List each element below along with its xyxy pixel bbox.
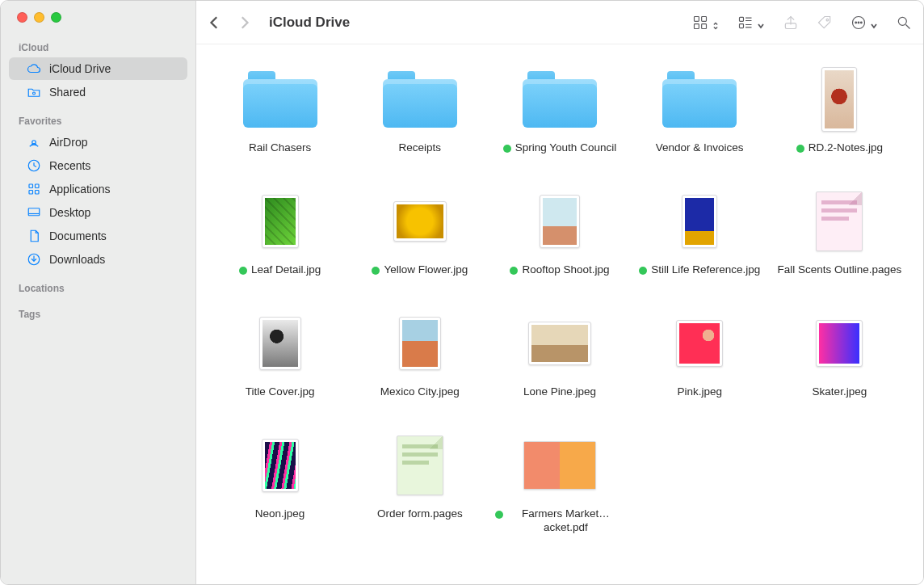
document-icon bbox=[27, 229, 41, 243]
svg-rect-18 bbox=[740, 23, 744, 27]
file-name: Leaf Detail.jpg bbox=[251, 263, 321, 277]
actions-button[interactable] bbox=[850, 15, 878, 31]
folder-icon bbox=[243, 71, 317, 128]
image-thumbnail bbox=[682, 195, 717, 248]
svg-rect-13 bbox=[695, 23, 699, 28]
folder-icon bbox=[523, 71, 597, 128]
view-mode-button[interactable] bbox=[692, 15, 720, 31]
file-name: Title Cover.jpg bbox=[246, 385, 315, 399]
group-by-button[interactable] bbox=[737, 15, 765, 31]
shared-folder-icon bbox=[27, 85, 41, 99]
folder-icon bbox=[383, 71, 457, 128]
file-item[interactable]: Leaf Detail.jpg bbox=[214, 186, 346, 277]
svg-rect-6 bbox=[36, 191, 40, 195]
image-thumbnail bbox=[399, 317, 441, 370]
svg-point-0 bbox=[33, 92, 36, 95]
back-button[interactable] bbox=[208, 15, 222, 30]
svg-rect-15 bbox=[740, 17, 744, 21]
sidebar-item-recents[interactable]: Recents bbox=[9, 154, 187, 177]
share-button[interactable] bbox=[783, 15, 799, 31]
file-item[interactable]: RD.2-Notes.jpg bbox=[774, 64, 905, 155]
file-name: Farmers Market…acket.pdf bbox=[507, 507, 624, 535]
close-button[interactable] bbox=[17, 12, 27, 23]
search-button[interactable] bbox=[896, 15, 912, 31]
sidebar-section-label: Locations bbox=[1, 271, 195, 297]
file-item[interactable]: Still Life Reference.jpg bbox=[634, 186, 766, 277]
main-area: iCloud Drive bbox=[196, 1, 923, 584]
file-item[interactable]: Skater.jpeg bbox=[774, 308, 905, 399]
sidebar-item-label: Documents bbox=[49, 229, 107, 242]
toolbar-right bbox=[692, 15, 912, 31]
tag-dot-icon bbox=[639, 267, 647, 275]
file-item[interactable]: Lone Pine.jpeg bbox=[494, 308, 625, 399]
app-grid-icon bbox=[27, 182, 41, 196]
file-item[interactable]: Receipts bbox=[354, 64, 485, 155]
sidebar-section-label: Tags bbox=[1, 297, 195, 323]
file-item[interactable]: Yellow Flower.jpg bbox=[354, 186, 485, 277]
sidebar-item-desktop[interactable]: Desktop bbox=[9, 201, 187, 224]
file-name: Mexico City.jpeg bbox=[380, 385, 460, 399]
file-item[interactable]: Rooftop Shoot.jpg bbox=[494, 186, 625, 277]
svg-point-25 bbox=[858, 22, 859, 23]
file-name: Order form.pages bbox=[377, 507, 463, 521]
chevron-down-icon bbox=[757, 19, 765, 27]
tag-dot-icon bbox=[510, 267, 518, 275]
file-name: Rail Chasers bbox=[249, 141, 311, 155]
sidebar-section-label: iCloud bbox=[1, 31, 195, 57]
file-item[interactable]: Pink.jpeg bbox=[634, 308, 766, 399]
clock-icon bbox=[27, 158, 41, 173]
minimize-button[interactable] bbox=[34, 12, 44, 23]
image-thumbnail bbox=[262, 439, 299, 492]
svg-point-27 bbox=[898, 17, 906, 25]
folder-icon bbox=[662, 71, 737, 128]
location-title: iCloud Drive bbox=[269, 15, 350, 31]
file-item[interactable]: Neon.jpeg bbox=[214, 430, 346, 535]
tag-dot-icon bbox=[239, 267, 247, 275]
file-name: Receipts bbox=[399, 141, 442, 155]
file-name: Skater.jpeg bbox=[813, 385, 867, 399]
fullscreen-button[interactable] bbox=[51, 12, 61, 23]
image-thumbnail bbox=[528, 322, 591, 365]
airdrop-icon bbox=[27, 135, 41, 149]
chevron-updown-icon bbox=[712, 19, 720, 27]
file-grid: Rail ChasersReceiptsSpring Youth Council… bbox=[214, 64, 905, 534]
file-item[interactable]: Spring Youth Council bbox=[494, 64, 625, 155]
file-name: Fall Scents Outline.pages bbox=[777, 263, 901, 277]
image-thumbnail bbox=[259, 317, 301, 370]
file-browser[interactable]: Rail ChasersReceiptsSpring Youth Council… bbox=[196, 44, 923, 584]
sidebar-item-label: Applications bbox=[49, 183, 111, 196]
file-item[interactable]: Order form.pages bbox=[354, 430, 485, 535]
pdf-document-icon bbox=[523, 441, 596, 490]
file-item[interactable]: Fall Scents Outline.pages bbox=[774, 186, 905, 277]
tag-dot-icon bbox=[503, 145, 511, 153]
sidebar-item-airdrop[interactable]: AirDrop bbox=[9, 131, 187, 154]
image-thumbnail bbox=[816, 320, 863, 367]
svg-rect-12 bbox=[702, 16, 707, 21]
tags-button[interactable] bbox=[817, 15, 833, 31]
window-controls bbox=[1, 1, 195, 31]
sidebar-item-downloads[interactable]: Downloads bbox=[9, 248, 187, 271]
svg-rect-4 bbox=[36, 184, 40, 188]
svg-rect-7 bbox=[28, 208, 40, 216]
tag-dot-icon bbox=[796, 145, 804, 153]
cloud-icon bbox=[27, 61, 41, 76]
file-name: Lone Pine.jpeg bbox=[523, 385, 596, 399]
file-item[interactable]: Mexico City.jpeg bbox=[354, 308, 485, 399]
image-thumbnail bbox=[393, 201, 447, 242]
sidebar-item-applications[interactable]: Applications bbox=[9, 178, 187, 200]
file-name: Spring Youth Council bbox=[515, 141, 616, 155]
sidebar-item-icloud-drive[interactable]: iCloud Drive bbox=[9, 57, 187, 80]
file-item[interactable]: Farmers Market…acket.pdf bbox=[494, 430, 625, 535]
svg-point-26 bbox=[861, 22, 863, 23]
forward-button[interactable] bbox=[237, 15, 251, 30]
file-item[interactable]: Title Cover.jpg bbox=[214, 308, 346, 399]
svg-rect-11 bbox=[695, 16, 699, 21]
download-icon bbox=[27, 252, 41, 267]
sidebar-item-shared[interactable]: Shared bbox=[9, 81, 187, 103]
svg-point-22 bbox=[826, 19, 829, 21]
file-item[interactable]: Vendor & Invoices bbox=[634, 64, 766, 155]
sidebar-item-documents[interactable]: Documents bbox=[9, 225, 187, 247]
nav-arrows bbox=[208, 15, 251, 30]
tag-dot-icon bbox=[495, 511, 503, 519]
file-item[interactable]: Rail Chasers bbox=[214, 64, 346, 155]
